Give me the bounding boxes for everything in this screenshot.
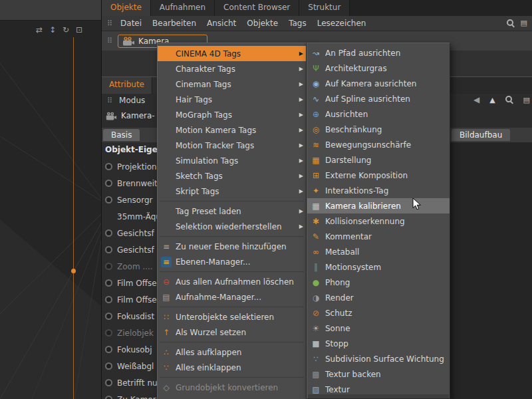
menu-item-beschraenkung[interactable]: ◎Beschränkung: [307, 122, 450, 137]
menu-datei[interactable]: Datei: [115, 17, 147, 29]
menu-item-ebenen-manager[interactable]: ≡Ebenen-Manager...: [158, 254, 306, 269]
history-back-icon[interactable]: ◀: [473, 95, 479, 104]
property-label: Weißabgl: [117, 362, 154, 371]
animation-dot-icon[interactable]: [105, 379, 112, 386]
architekturgras-icon: Ψ: [311, 63, 321, 74]
tab-aufnahmen[interactable]: Aufnahmen: [151, 0, 215, 16]
animation-dot-icon[interactable]: [105, 246, 112, 253]
menu-lesezeichen[interactable]: Lesezeichen: [312, 17, 372, 29]
menu-item-stopp[interactable]: ■Stopp: [307, 336, 450, 351]
tab-struktur[interactable]: Struktur: [299, 0, 350, 16]
menu-ansicht[interactable]: Ansicht: [201, 17, 241, 29]
tab-objekte[interactable]: Objekte: [102, 0, 151, 16]
menu-item-phong[interactable]: ●Phong: [307, 275, 450, 290]
menu-item-auf-spline-ausrichten[interactable]: ∿Auf Spline ausrichten: [307, 91, 450, 106]
menu-item-tag-preset-laden[interactable]: Tag Preset laden▶: [158, 203, 306, 219]
menu-item-charakter-tags[interactable]: Charakter Tags▶: [158, 61, 306, 76]
menu-item-unterobjekte-selektieren[interactable]: ∷Unterobjekte selektieren: [158, 309, 306, 325]
motion-tracker-tags-icon: [161, 140, 172, 151]
menu-item-ausrichten[interactable]: ⊕Ausrichten: [307, 106, 450, 122]
menu-item-architekturgras[interactable]: ΨArchitekturgras: [307, 61, 450, 76]
auf-kamera-ausrichten-icon: ◉: [311, 78, 321, 89]
property-label: Sensorgr: [117, 196, 152, 205]
animation-dot-icon[interactable]: [105, 329, 112, 336]
menu-item-label: Phong: [325, 278, 450, 287]
animation-dot-icon[interactable]: [105, 313, 112, 320]
menu-item-motion-tracker-tags[interactable]: Motion Tracker Tags▶: [158, 138, 306, 153]
property-label: Projektion: [117, 162, 157, 172]
menu-item-motion-kamera-tags[interactable]: Motion Kamera Tags▶: [158, 122, 306, 138]
menu-item-hair-tags[interactable]: Hair Tags▶: [158, 92, 306, 107]
textur-icon: ▨: [311, 384, 321, 395]
menu-item-cinema-4d-tags[interactable]: CINEMA 4D Tags▶: [158, 46, 306, 61]
menu-item-label: Hair Tags: [176, 95, 295, 104]
menu-item-akt-zustand-in-objekt[interactable]: ◆Akt.-Zustand in Objekt: [158, 395, 306, 399]
menu-item-bewegungsunschaerfe[interactable]: ≋Bewegungsunschärfe: [307, 137, 450, 152]
animation-dot-icon[interactable]: [105, 396, 112, 399]
menu-tags[interactable]: Tags: [283, 17, 312, 29]
attribute-object-name: Kamera-: [121, 111, 155, 120]
menu-item-auf-kamera-ausrichten[interactable]: ◉Auf Kamera ausrichten: [307, 76, 450, 91]
menu-item-schutz[interactable]: ⊘Schutz: [307, 305, 450, 321]
menu-objekte[interactable]: Objekte: [241, 17, 283, 29]
zoom-icon[interactable]: ↕: [48, 25, 57, 35]
menu-item-darstellung[interactable]: ▦Darstellung: [307, 152, 450, 168]
menu-item-label: Ebenen-Manager...: [176, 257, 306, 267]
tab-basis[interactable]: Basis: [103, 129, 140, 141]
rotate-icon[interactable]: ↻: [61, 25, 70, 35]
menu-item-grundobjekt-konvertieren[interactable]: ◇Grundobjekt konvertieren: [158, 380, 306, 395]
menu-item-interaktions-tag[interactable]: ✦Interaktions-Tag: [307, 183, 450, 198]
search-icon[interactable]: [507, 19, 515, 27]
menu-item-mograph-tags[interactable]: MoGraph Tags▶: [158, 107, 306, 122]
camera-axis-handle[interactable]: [71, 269, 76, 273]
menu-bearbeiten[interactable]: Bearbeiten: [147, 17, 201, 29]
menu-item-aufnahme-manager[interactable]: ▤Aufnahme-Manager...: [158, 289, 306, 305]
attribute-search-icon[interactable]: [505, 96, 513, 104]
menu-item-alles-aufklappen[interactable]: ∴Alles aufklappen: [158, 344, 306, 360]
property-label: Fokusdist: [117, 312, 154, 321]
animation-dot-icon[interactable]: [105, 196, 112, 203]
partial-menu-row: [308, 394, 449, 398]
menu-item-sketch-tags[interactable]: Sketch Tags▶: [158, 168, 306, 184]
menu-item-selektion-wiederherstellen[interactable]: Selektion wiederherstellen▶: [158, 219, 306, 234]
up-arrow-icon[interactable]: ▲: [489, 96, 495, 104]
menu-item-externe-komposition[interactable]: ⊞Externe Komposition: [307, 168, 450, 183]
menu-item-sonne[interactable]: ☀Sonne: [307, 321, 450, 336]
animation-dot-icon[interactable]: [105, 362, 112, 370]
animation-dot-icon[interactable]: [105, 346, 112, 353]
menu-item-motionsystem[interactable]: ‖Motionsystem: [307, 259, 450, 275]
animation-dot-icon[interactable]: [105, 180, 112, 187]
menu-item-an-pfad-ausrichten[interactable]: ↝An Pfad ausrichten: [307, 45, 450, 61]
menu-item-textur-backen[interactable]: ▩Textur backen: [307, 366, 450, 382]
animation-dot-icon[interactable]: [105, 279, 112, 287]
attribute-menu-icon[interactable]: ▤: [523, 96, 530, 104]
menu-item-metaball[interactable]: ∞Metaball: [307, 244, 450, 259]
animation-dot-icon[interactable]: [105, 163, 112, 170]
menu-item-kommentar[interactable]: ✎Kommentar: [307, 229, 450, 244]
animation-dot-icon[interactable]: [105, 296, 112, 303]
tab-content-browser[interactable]: Content Browser: [215, 0, 299, 16]
maximize-icon[interactable]: ⊡: [74, 25, 84, 35]
menu-item-render[interactable]: ◑Render: [307, 290, 450, 305]
menu-item-kollisionserkennung[interactable]: ✱Kollisionserkennung: [307, 213, 450, 229]
sketch-tags-icon: [161, 171, 172, 182]
drag-handle-icon[interactable]: ⠿: [107, 37, 112, 45]
menu-item-als-wurzel-setzen[interactable]: ↑Als Wurzel setzen: [158, 325, 306, 340]
attribute-mode-menu[interactable]: ⠿ Modus: [104, 96, 145, 105]
menu-item-simulation-tags[interactable]: Simulation Tags▶: [158, 153, 306, 168]
animation-dot-icon[interactable]: [105, 263, 112, 270]
menu-item-zu-neuer-ebene-hinzufuegen[interactable]: ≡Zu neuer Ebene hinzufügen: [158, 239, 306, 254]
menu-item-aus-allen-aufnahmen-loeschen[interactable]: ⊖Aus allen Aufnahmen löschen: [158, 274, 306, 289]
menu-item-skript-tags[interactable]: Skript Tags▶: [158, 184, 306, 199]
animation-dot-icon[interactable]: [105, 229, 112, 237]
menu-item-label: Schutz: [325, 309, 450, 318]
viewport[interactable]: ⇄↕↻⊡: [0, 0, 101, 399]
menu-item-kamera-kalibrieren[interactable]: ▦Kamera kalibrieren: [307, 198, 450, 213]
tab-bildaufbau[interactable]: Bildaufbau: [452, 129, 510, 141]
attr-tab-attribute[interactable]: Attribute: [102, 77, 152, 94]
menu-item-subdivision-surface-wichtung[interactable]: ∵Subdivision Surface Wichtung: [307, 351, 450, 366]
menu-item-cineman-tags[interactable]: Cineman Tags▶: [158, 76, 306, 92]
menu-item-alles-einklappen[interactable]: ∵Alles einklappen: [158, 360, 306, 375]
panel-menu-icon[interactable]: ▤: [521, 19, 527, 27]
pan-icon[interactable]: ⇄: [35, 25, 44, 35]
